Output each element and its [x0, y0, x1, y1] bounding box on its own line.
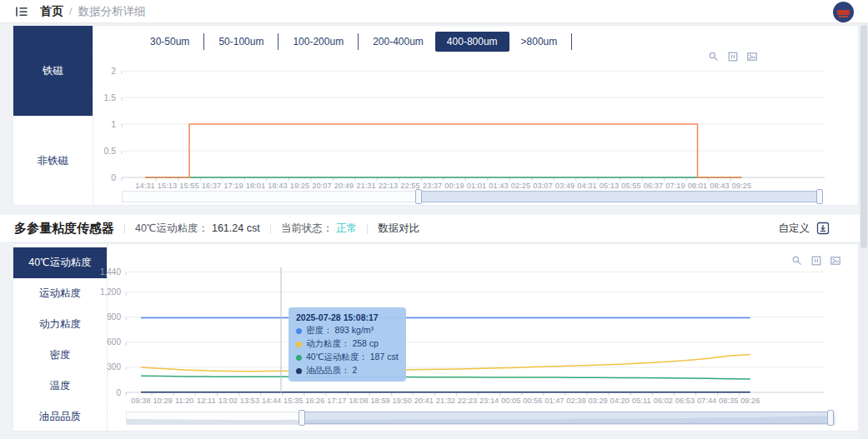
svg-text:21:32: 21:32 — [436, 397, 455, 405]
svg-text:02:38: 02:38 — [566, 397, 585, 405]
svg-text:1,200: 1,200 — [100, 287, 121, 297]
ferromagnetic-chart[interactable]: 00.511.5214:3115:1315:5516:3717:1918:011… — [93, 51, 847, 201]
svg-text:22:23: 22:23 — [458, 397, 477, 405]
sidebar-item-4[interactable]: 密度 — [13, 340, 107, 371]
svg-text:19:25: 19:25 — [290, 182, 309, 190]
size-tab-1[interactable]: 30-50um — [138, 32, 201, 52]
size-tab-2[interactable]: 50-100um — [207, 32, 275, 52]
svg-text:12:11: 12:11 — [197, 397, 216, 405]
svg-text:20:07: 20:07 — [312, 182, 331, 190]
sensor-header: 多参量粘度传感器 40℃运动粘度： 161.24 cst 当前状态： 正常 数据… — [0, 215, 868, 242]
svg-text:13:02: 13:02 — [218, 397, 238, 405]
svg-text:08:43: 08:43 — [710, 182, 729, 190]
svg-text:06:37: 06:37 — [644, 182, 663, 190]
data-compare-link[interactable]: 数据对比 — [378, 222, 419, 236]
svg-text:15:55: 15:55 — [179, 182, 198, 190]
svg-text:0.5: 0.5 — [103, 146, 116, 156]
data-zoom-window[interactable] — [302, 412, 832, 424]
page-scrollbar[interactable] — [860, 23, 868, 439]
svg-text:03:07: 03:07 — [533, 182, 552, 190]
svg-text:03:49: 03:49 — [555, 182, 574, 190]
divider — [124, 223, 125, 234]
tab-divider — [203, 33, 204, 50]
data-zoom-slider-bottom[interactable] — [126, 412, 835, 424]
svg-text:04:20: 04:20 — [610, 397, 630, 405]
tab-divider — [358, 33, 359, 50]
tab-divider — [571, 33, 572, 50]
data-zoom-handle-left[interactable] — [415, 189, 422, 204]
svg-text:1,440: 1,440 — [100, 267, 121, 277]
scrollbar-thumb[interactable] — [860, 25, 867, 248]
svg-text:05:13: 05:13 — [600, 182, 619, 190]
size-tabs: 30-50um50-100um100-200um200-400um400-800… — [138, 32, 574, 52]
sidebar-item-2[interactable]: 运动粘度 — [13, 278, 107, 309]
svg-text:01:43: 01:43 — [489, 182, 508, 190]
svg-text:02:25: 02:25 — [511, 182, 530, 190]
svg-text:21:31: 21:31 — [356, 182, 375, 190]
particle-panel: 铁磁非铁磁 30-50um50-100um100-200um200-400um4… — [13, 25, 859, 206]
customize-button[interactable]: 自定义 — [779, 222, 810, 236]
export-icon[interactable] — [816, 222, 830, 235]
tooltip-item: 动力粘度： 258 cp — [296, 338, 399, 350]
svg-text:01:01: 01:01 — [467, 182, 486, 190]
menu-fold-icon[interactable] — [15, 5, 28, 18]
svg-text:09:38: 09:38 — [131, 397, 150, 405]
svg-text:07:44: 07:44 — [697, 397, 716, 405]
tooltip-text: 密度： 893 kg/m³ — [306, 325, 374, 337]
svg-text:03:29: 03:29 — [588, 397, 607, 405]
sidebar-item-label: 温度 — [50, 379, 71, 393]
sidebar-item-3[interactable]: 动力粘度 — [13, 309, 107, 340]
divider — [367, 223, 368, 234]
size-tab-5[interactable]: 400-800um — [435, 32, 509, 52]
series-dot-icon — [296, 328, 302, 334]
svg-text:22:13: 22:13 — [379, 182, 398, 190]
svg-text:14:31: 14:31 — [135, 182, 154, 190]
sidebar-item-label: 40℃运动粘度 — [28, 256, 91, 270]
data-zoom-handle-left[interactable] — [299, 410, 305, 426]
series-dot-icon — [296, 342, 302, 347]
data-zoom-handle-right[interactable] — [816, 189, 823, 204]
svg-text:1.5: 1.5 — [103, 92, 116, 102]
status-label: 当前状态： — [281, 222, 334, 236]
svg-text:1: 1 — [111, 119, 116, 129]
sidebar-item-1[interactable]: 铁磁 — [13, 26, 93, 116]
avatar-logo — [837, 10, 850, 15]
sidebar-item-6[interactable]: 油品品质 — [13, 402, 107, 432]
svg-text:16:26: 16:26 — [305, 397, 324, 405]
viscosity-label: 40℃运动粘度： — [135, 222, 208, 236]
page: 首页 / 数据分析详细 铁磁非铁磁 30-50um50-100um100-200… — [0, 0, 868, 439]
sidebar-item-5[interactable]: 温度 — [13, 371, 107, 402]
svg-text:08:35: 08:35 — [719, 397, 738, 405]
sidebar-item-label: 油品品质 — [39, 410, 81, 424]
svg-text:00:05: 00:05 — [501, 397, 520, 405]
series-dot-icon — [296, 368, 302, 374]
data-zoom-handle-right[interactable] — [827, 410, 834, 426]
svg-text:20:49: 20:49 — [334, 182, 354, 190]
tooltip-item: 油品品质： 2 — [296, 365, 399, 377]
sidebar-item-1[interactable]: 40℃运动粘度 — [13, 247, 107, 278]
svg-text:17:19: 17:19 — [223, 182, 243, 190]
sidebar-item-2[interactable]: 非铁磁 — [13, 116, 93, 207]
svg-text:14:44: 14:44 — [262, 397, 281, 405]
top-header: 首页 / 数据分析详细 — [0, 0, 868, 23]
size-tab-4[interactable]: 200-400um — [361, 32, 435, 52]
svg-text:06:53: 06:53 — [675, 397, 695, 405]
size-tab-6[interactable]: >800um — [509, 32, 569, 52]
svg-text:2: 2 — [111, 66, 116, 76]
user-avatar[interactable] — [833, 2, 854, 22]
breadcrumb-home[interactable]: 首页 — [40, 4, 63, 19]
series-dot-icon — [296, 355, 302, 361]
svg-text:00:56: 00:56 — [523, 397, 542, 405]
size-tab-3[interactable]: 100-200um — [281, 32, 355, 52]
sensor-title: 多参量粘度传感器 — [14, 221, 114, 237]
tooltip-text: 动力粘度： 258 cp — [306, 338, 379, 350]
svg-text:19:50: 19:50 — [393, 397, 412, 405]
svg-text:06:02: 06:02 — [654, 397, 673, 405]
data-zoom-window[interactable] — [419, 191, 821, 202]
series-动力粘度 — [141, 355, 750, 372]
viscosity-value: 161.24 cst — [212, 222, 260, 234]
data-zoom-slider-top[interactable] — [122, 191, 822, 202]
viscosity-chart[interactable]: 03006009001,2001,44009:3810:2911:2012:11… — [97, 257, 855, 416]
tooltip-text: 油品品质： 2 — [306, 365, 357, 377]
svg-text:13:53: 13:53 — [240, 397, 259, 405]
